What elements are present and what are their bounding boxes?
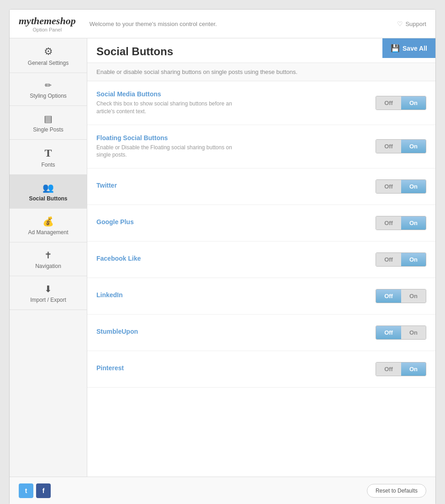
settings-row-facebook-like: Facebook Like Off On: [87, 242, 435, 278]
toggle-off-btn[interactable]: Off: [376, 180, 401, 193]
toggle-group: Off On: [376, 289, 426, 303]
toggle-on-btn[interactable]: On: [401, 216, 426, 230]
toggle-on-btn[interactable]: On: [401, 140, 426, 153]
toggle-off-btn[interactable]: Off: [376, 289, 401, 303]
sidebar-item-import-export[interactable]: ⬇ Import / Export: [10, 276, 87, 310]
logo-area: mythemeshop Option Panel: [19, 15, 76, 32]
money-icon: 💰: [42, 216, 54, 227]
sidebar-item-label: Social Buttons: [29, 195, 67, 202]
toggle-on-btn[interactable]: On: [401, 180, 426, 193]
sidebar-item-label: Ad Management: [28, 229, 68, 236]
gear-icon: ⚙: [44, 46, 53, 58]
sidebar-item-label: Single Posts: [33, 126, 64, 133]
pencil-icon: ✏: [45, 80, 52, 90]
cross-icon: ✝: [44, 250, 52, 261]
toggle-group: Off On: [376, 179, 426, 194]
settings-row-info: LinkedIn: [96, 291, 376, 301]
logo-title: mythemeshop: [19, 15, 76, 27]
settings-row-info: Floating Social Buttons Enable or Disabl…: [96, 134, 376, 159]
floppy-icon: 💾: [391, 44, 400, 52]
settings-row-info: Social Media Buttons Check this box to s…: [96, 90, 376, 116]
sidebar-item-navigation[interactable]: ✝ Navigation: [10, 242, 87, 276]
document-icon: ▤: [44, 113, 53, 124]
settings-row-info: StumbleUpon: [96, 328, 376, 337]
sidebar-item-label: Navigation: [35, 263, 61, 269]
sidebar-item-label: General Settings: [28, 60, 69, 66]
toggle-group: Off On: [376, 139, 426, 153]
support-label[interactable]: Support: [405, 21, 426, 27]
toggle-floating-social-buttons: Off On: [376, 139, 426, 153]
setting-label-floating-social-buttons: Floating Social Buttons: [96, 134, 376, 142]
toggle-off-btn[interactable]: Off: [376, 140, 401, 153]
logo-subtitle: Option Panel: [19, 27, 76, 32]
sidebar-item-social-buttons[interactable]: 👥 Social Buttons: [10, 175, 87, 209]
setting-label-social-media-buttons: Social Media Buttons: [96, 90, 376, 98]
setting-label-twitter: Twitter: [96, 182, 376, 189]
toggle-off-btn[interactable]: Off: [376, 326, 401, 339]
toggle-group: Off On: [376, 362, 426, 376]
settings-row-info: Twitter: [96, 182, 376, 191]
toggle-off-btn[interactable]: Off: [376, 96, 401, 110]
sidebar-item-fonts[interactable]: T Fonts: [10, 140, 87, 175]
toggle-on-btn[interactable]: On: [401, 289, 426, 303]
toggle-google-plus: Off On: [376, 216, 426, 230]
toggle-group: Off On: [376, 96, 426, 110]
content-area: ⚙ General Settings ✏ Styling Options ▤ S…: [10, 38, 435, 477]
sidebar-item-styling-options[interactable]: ✏ Styling Options: [10, 73, 87, 106]
settings-row-floating-social-buttons: Floating Social Buttons Enable or Disabl…: [87, 125, 435, 169]
facebook-social-button[interactable]: f: [36, 483, 51, 498]
description-text: Enable or disable social sharing buttons…: [96, 68, 297, 75]
heart-icon: ♡: [397, 20, 403, 27]
settings-row-social-media-buttons: Social Media Buttons Check this box to s…: [87, 81, 435, 125]
footer-social: t f: [19, 483, 51, 498]
description-bar: Enable or disable social sharing buttons…: [87, 63, 435, 81]
toggle-on-btn[interactable]: On: [401, 326, 426, 339]
save-all-label: Save All: [403, 45, 427, 52]
settings-row-info: Google Plus: [96, 218, 376, 228]
toggle-on-btn[interactable]: On: [401, 362, 426, 376]
setting-label-stumbleupon: StumbleUpon: [96, 328, 376, 335]
sidebar-item-label: Import / Export: [30, 297, 66, 303]
settings-table: Social Media Buttons Check this box to s…: [87, 81, 435, 388]
settings-row-linkedin: LinkedIn Off On: [87, 278, 435, 315]
settings-row-info: Facebook Like: [96, 255, 376, 264]
toggle-group: Off On: [376, 252, 426, 267]
setting-label-linkedin: LinkedIn: [96, 291, 376, 299]
reset-to-defaults-button[interactable]: Reset to Defaults: [367, 484, 426, 498]
twitter-social-button[interactable]: t: [19, 483, 33, 498]
toggle-pinterest: Off On: [376, 362, 426, 376]
settings-row-twitter: Twitter Off On: [87, 168, 435, 205]
sidebar-item-label: Fonts: [41, 162, 55, 168]
header-welcome: Welcome to your theme's mission control …: [76, 21, 397, 27]
toggle-group: Off On: [376, 216, 426, 230]
sidebar: ⚙ General Settings ✏ Styling Options ▤ S…: [10, 38, 87, 477]
toggle-social-media-buttons: Off On: [376, 96, 426, 110]
settings-row-stumbleupon: StumbleUpon Off On: [87, 315, 435, 351]
sidebar-item-ad-management[interactable]: 💰 Ad Management: [10, 209, 87, 242]
toggle-facebook-like: Off On: [376, 252, 426, 267]
toggle-off-btn[interactable]: Off: [376, 362, 401, 376]
toggle-twitter: Off On: [376, 179, 426, 194]
save-all-button[interactable]: 💾 Save All: [382, 38, 435, 58]
sidebar-item-label: Styling Options: [30, 93, 67, 99]
download-icon: ⬇: [44, 284, 52, 294]
sidebar-item-general-settings[interactable]: ⚙ General Settings: [10, 38, 87, 73]
main-content: 💾 Save All Social Buttons Enable or disa…: [87, 38, 435, 477]
setting-desc-floating-social-buttons: Enable or Disable the Floating social sh…: [96, 144, 243, 159]
toggle-off-btn[interactable]: Off: [376, 216, 401, 230]
sidebar-item-single-posts[interactable]: ▤ Single Posts: [10, 106, 87, 140]
settings-row-info: Pinterest: [96, 364, 376, 374]
setting-label-facebook-like: Facebook Like: [96, 255, 376, 262]
settings-row-pinterest: Pinterest Off On: [87, 351, 435, 388]
toggle-group: Off On: [376, 326, 426, 340]
toggle-on-btn[interactable]: On: [401, 253, 426, 266]
header-support: ♡ Support: [397, 20, 426, 27]
toggle-linkedin: Off On: [376, 289, 426, 303]
setting-label-google-plus: Google Plus: [96, 218, 376, 226]
settings-row-google-plus: Google Plus Off On: [87, 205, 435, 242]
toggle-off-btn[interactable]: Off: [376, 253, 401, 266]
footer: t f Reset to Defaults: [10, 477, 435, 504]
toggle-stumbleupon: Off On: [376, 326, 426, 340]
toggle-on-btn[interactable]: On: [401, 96, 426, 110]
page-title: Social Buttons: [96, 45, 173, 58]
